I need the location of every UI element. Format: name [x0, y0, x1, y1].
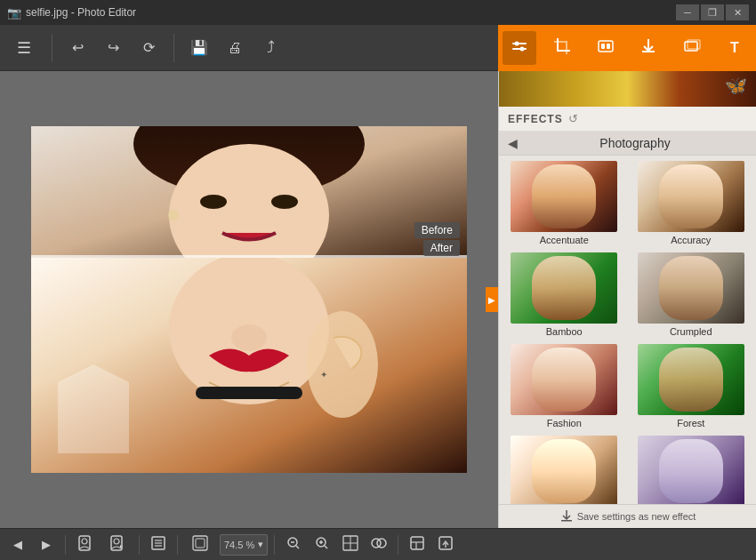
panel-expand-button[interactable]: ▶	[486, 287, 498, 312]
panel-toolbar: T	[498, 25, 756, 71]
zoom-dropdown-arrow: ▾	[258, 539, 263, 550]
effect-name-crumpled: Crumpled	[670, 326, 712, 337]
redo-button[interactable]: ⟳	[133, 32, 165, 64]
zoom-fit-icon	[192, 535, 208, 554]
undo2-button[interactable]: ↪	[97, 32, 129, 64]
before-after-divider[interactable]	[31, 255, 467, 258]
restore-button[interactable]: ❐	[701, 4, 724, 20]
bottom-toolbar: ◀ ▶	[0, 528, 756, 560]
export-button[interactable]: ⤴	[254, 32, 286, 64]
profile-dropdown-button[interactable]	[101, 532, 133, 557]
zoom-in-button[interactable]	[310, 532, 334, 557]
effect-bamboo[interactable]: Bamboo	[503, 251, 626, 339]
adjust-icon	[510, 36, 529, 60]
image-info-button[interactable]	[405, 532, 430, 557]
pan-left-button[interactable]: ◀	[5, 532, 30, 557]
effect-thumb-crumpled	[638, 252, 744, 324]
svg-point-27	[114, 539, 119, 544]
effect-quality[interactable]: Quality	[503, 434, 626, 504]
save-effect-icon	[559, 508, 574, 524]
effect-thumb-quality	[511, 436, 617, 504]
aspect-ratio-icon	[342, 535, 358, 554]
svg-point-12	[200, 195, 227, 209]
separator-2	[173, 34, 174, 62]
svg-point-43	[377, 539, 386, 548]
share-button[interactable]	[433, 532, 458, 557]
text-tool-button[interactable]: T	[718, 31, 752, 65]
svg-point-3	[520, 47, 525, 52]
export-icon: ⤴	[267, 38, 275, 57]
svg-line-36	[296, 546, 299, 548]
separator-1	[52, 34, 52, 62]
category-header[interactable]: ◀ Photography	[499, 132, 756, 156]
save-effect-label: Save settings as new effect	[577, 511, 696, 522]
effect-relief[interactable]: Relief	[630, 434, 753, 504]
thumb-face-forest	[659, 348, 723, 412]
effect-crumpled[interactable]: Crumpled	[630, 251, 753, 339]
effect-name-bamboo: Bamboo	[546, 326, 583, 337]
close-button[interactable]: ✕	[726, 4, 749, 20]
top-row: ☰ ↩ ↪ ⟳ 💾 🖨 ⤴	[0, 25, 756, 71]
after-tooltip: After	[423, 240, 460, 256]
minimize-button[interactable]: ─	[676, 4, 699, 20]
history-icon	[150, 535, 166, 554]
effect-thumb-accentuate	[511, 161, 617, 232]
svg-rect-32	[193, 536, 207, 550]
share-icon	[438, 535, 454, 554]
after-image: ✦	[31, 258, 467, 473]
svg-rect-6	[607, 44, 610, 49]
save-icon: 💾	[190, 39, 208, 56]
right-panel: 🦋 EFFECTS ↺ ◀ Photography Accentuate	[498, 71, 756, 528]
effect-thumb-forest	[638, 344, 744, 415]
pan-right-button[interactable]: ▶	[34, 532, 59, 557]
save-effect-button[interactable]: Save settings as new effect	[499, 504, 756, 528]
effect-thumb-fashion	[511, 344, 617, 415]
zoom-out-button[interactable]	[281, 532, 306, 557]
effect-name-accuracy: Accuracy	[671, 235, 711, 245]
history-button[interactable]	[146, 532, 171, 557]
effect-accentuate[interactable]: Accentuate	[503, 159, 626, 247]
retouch-tool-button[interactable]	[589, 31, 623, 65]
effects-label: EFFECTS	[508, 113, 563, 125]
main-toolbar: ☰ ↩ ↪ ⟳ 💾 🖨 ⤴	[0, 25, 498, 71]
compare-button[interactable]	[366, 532, 391, 557]
zoom-fit-button[interactable]	[184, 532, 216, 557]
svg-rect-5	[601, 44, 605, 49]
effects-scroll-area[interactable]: Accentuate Accuracy Bamboo	[499, 156, 756, 504]
effect-forest[interactable]: Forest	[630, 342, 753, 430]
effects-reset-button[interactable]: ↺	[568, 112, 578, 125]
effect-fashion[interactable]: Fashion	[503, 342, 626, 430]
effects-grid: Accentuate Accuracy Bamboo	[499, 156, 756, 504]
adjust-tool-button[interactable]	[503, 31, 536, 65]
canvas-before	[31, 126, 467, 258]
pan-left-icon: ◀	[13, 538, 22, 551]
sep5	[398, 535, 398, 555]
portrait-icon	[76, 534, 93, 555]
category-back-arrow[interactable]: ◀	[508, 136, 518, 150]
text-icon: T	[730, 40, 739, 56]
undo-button[interactable]: ↩	[61, 32, 93, 64]
thumb-face-relief	[659, 439, 723, 503]
category-banner: 🦋	[499, 71, 756, 107]
print-button[interactable]: 🖨	[219, 32, 251, 64]
thumb-face-fashion	[532, 348, 596, 412]
save-button[interactable]: 💾	[183, 32, 215, 64]
effect-accuracy[interactable]: Accuracy	[630, 159, 753, 247]
retouch-icon	[596, 36, 615, 60]
thumb-face-crumpled	[659, 256, 723, 320]
zoom-dropdown[interactable]: 74.5 % ▾	[220, 534, 268, 556]
layers-tool-button[interactable]	[674, 31, 708, 65]
zoom-out-icon	[286, 536, 301, 553]
thumb-face-accentuate	[532, 164, 596, 228]
effect-name-fashion: Fashion	[547, 418, 582, 428]
compare-icon	[371, 535, 387, 554]
menu-button[interactable]: ☰	[5, 29, 43, 67]
svg-point-2	[515, 42, 519, 46]
aspect-ratio-button[interactable]	[338, 532, 363, 557]
svg-point-19	[231, 324, 267, 351]
download-tool-button[interactable]	[631, 31, 665, 65]
effect-thumb-bamboo	[511, 252, 617, 324]
portrait-button[interactable]	[72, 532, 97, 557]
crop-tool-button[interactable]	[545, 31, 579, 65]
sep4	[274, 535, 275, 555]
